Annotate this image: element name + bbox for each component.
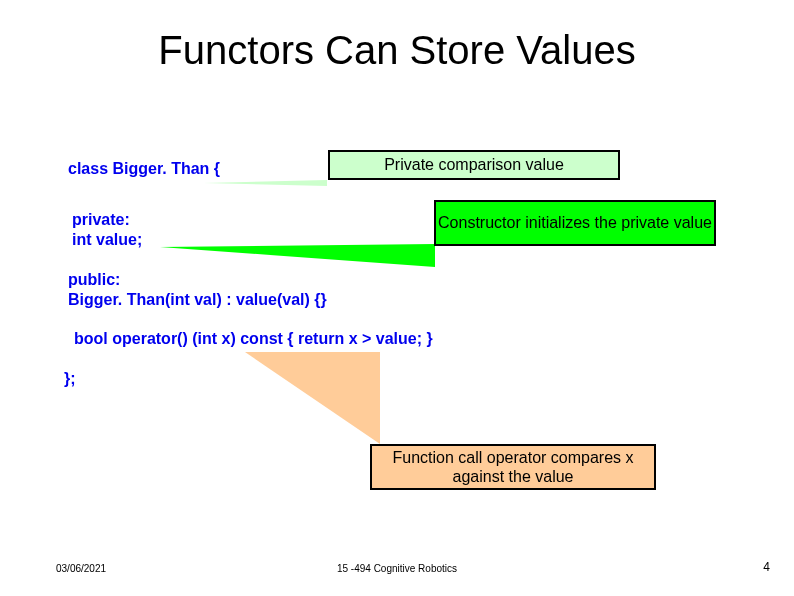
code-text: private:: [72, 211, 130, 228]
code-line-class-decl: class Bigger. Than {: [68, 160, 220, 178]
slide: Functors Can Store Values class Bigger. …: [0, 0, 794, 596]
callout-pointer: [240, 352, 380, 444]
callout-function-operator: Function call operator compares x agains…: [370, 444, 656, 490]
slide-title: Functors Can Store Values: [0, 28, 794, 73]
code-line-operator: bool operator() (int x) const { return x…: [74, 330, 433, 348]
callout-constructor: Constructor initializes the private valu…: [434, 200, 716, 246]
code-line-close: };: [64, 370, 76, 388]
code-text: Bigger. Than(int val) : value(val) {}: [68, 291, 327, 308]
callout-pointer: [160, 244, 435, 267]
code-line-public: public: Bigger. Than(int val) : value(va…: [68, 270, 327, 310]
code-line-private: private: int value;: [72, 210, 142, 250]
footer-course: 15 -494 Cognitive Robotics: [0, 563, 794, 574]
code-text: public:: [68, 271, 120, 288]
code-text: int value;: [72, 231, 142, 248]
callout-pointer: [204, 180, 327, 186]
callout-private-comparison: Private comparison value: [328, 150, 620, 180]
footer-page-number: 4: [763, 560, 770, 574]
